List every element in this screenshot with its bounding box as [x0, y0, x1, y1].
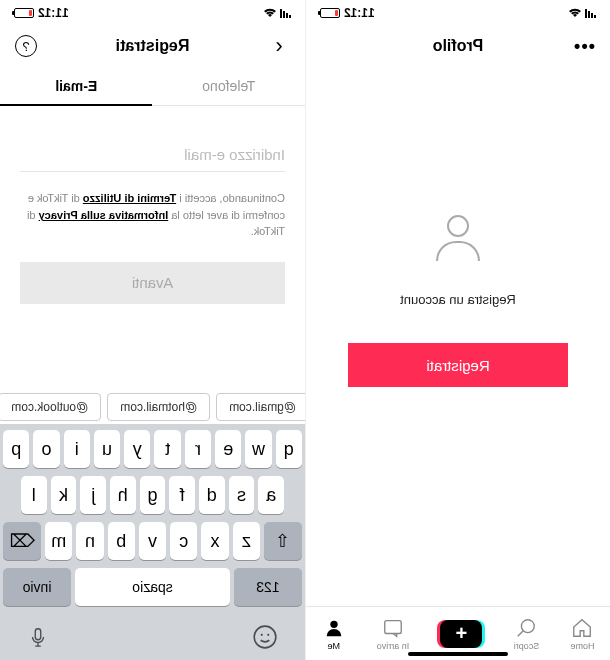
help-icon: ? — [15, 35, 37, 57]
wifi-icon — [568, 8, 582, 18]
key-b[interactable]: b — [108, 522, 135, 560]
svg-point-4 — [254, 626, 276, 648]
status-bar: 11:12 — [306, 0, 610, 24]
home-icon — [570, 616, 594, 640]
tab-phone[interactable]: Telefono — [153, 68, 306, 106]
key-t[interactable]: t — [155, 430, 181, 468]
search-icon — [514, 616, 538, 640]
svg-rect-7 — [35, 629, 41, 640]
tab-me[interactable]: Me — [322, 616, 346, 651]
key-o[interactable]: o — [33, 430, 59, 468]
key-r[interactable]: r — [185, 430, 211, 468]
key-y[interactable]: y — [124, 430, 150, 468]
page-title: Registrati — [116, 37, 190, 55]
status-bar: 11:12 — [0, 0, 305, 24]
terms-link[interactable]: Termini di Utilizzo — [83, 192, 176, 204]
key-q[interactable]: q — [276, 430, 302, 468]
avatar-placeholder — [428, 208, 488, 268]
key-i[interactable]: i — [64, 430, 90, 468]
svg-point-6 — [261, 634, 263, 636]
suggestion-chip[interactable]: @gmail.com — [216, 393, 305, 421]
key-s[interactable]: s — [229, 476, 255, 514]
wifi-icon — [263, 8, 277, 18]
privacy-link[interactable]: Informativa sulla Privacy — [39, 209, 169, 221]
key-numbers[interactable]: 123 — [234, 568, 302, 606]
suggestion-chip[interactable]: @hotmail.com — [107, 393, 210, 421]
key-j[interactable]: j — [80, 476, 106, 514]
plus-icon: + — [441, 620, 483, 648]
key-m[interactable]: m — [45, 522, 72, 560]
register-button[interactable]: Registrati — [348, 343, 568, 387]
phone-signup: 11:12 ‹ Registrati ? Telefono E-mail Con… — [0, 0, 305, 660]
emoji-icon[interactable] — [252, 624, 278, 656]
svg-point-0 — [522, 620, 535, 633]
email-suggestions: @gmail.com @hotmail.com @outlook.com @ya — [0, 390, 305, 424]
inbox-icon — [381, 616, 405, 640]
signup-header: ‹ Registrati ? — [0, 24, 305, 68]
key-u[interactable]: u — [94, 430, 120, 468]
key-g[interactable]: g — [140, 476, 166, 514]
back-button[interactable]: ‹ — [267, 34, 291, 58]
status-time: 11:12 — [344, 6, 375, 20]
tab-discover[interactable]: Scopri — [514, 616, 540, 651]
profile-header: ••• Profilo — [306, 24, 610, 68]
keyboard: q w e r t y u i o p a s d f g h j k — [0, 424, 305, 660]
battery-icon — [320, 8, 340, 18]
key-x[interactable]: x — [201, 522, 228, 560]
key-a[interactable]: a — [258, 476, 284, 514]
person-icon — [322, 616, 346, 640]
key-k[interactable]: k — [51, 476, 77, 514]
key-n[interactable]: n — [76, 522, 103, 560]
key-p[interactable]: p — [3, 430, 29, 468]
key-e[interactable]: e — [215, 430, 241, 468]
tab-home[interactable]: Home — [570, 616, 594, 651]
svg-line-1 — [518, 631, 524, 637]
key-backspace[interactable]: ⌫ — [3, 522, 41, 560]
register-prompt: Registra un account — [400, 292, 516, 307]
svg-rect-2 — [385, 621, 402, 634]
tab-email[interactable]: E-mail — [0, 68, 153, 106]
status-time: 11:12 — [38, 6, 69, 20]
key-f[interactable]: f — [169, 476, 195, 514]
key-space[interactable]: spazio — [75, 568, 230, 606]
page-title: Profilo — [433, 37, 484, 55]
mic-icon[interactable] — [27, 624, 49, 656]
key-l[interactable]: l — [21, 476, 47, 514]
suggestion-chip[interactable]: @outlook.com — [0, 393, 101, 421]
tab-inbox[interactable]: In arrivo — [377, 616, 410, 651]
svg-point-3 — [330, 621, 337, 628]
key-w[interactable]: w — [245, 430, 271, 468]
next-button[interactable]: Avanti — [20, 262, 285, 304]
phone-profile: 11:12 ••• Profilo Registra un account Re… — [305, 0, 610, 660]
key-c[interactable]: c — [170, 522, 197, 560]
key-shift[interactable]: ⇧ — [264, 522, 302, 560]
key-h[interactable]: h — [110, 476, 136, 514]
help-button[interactable]: ? — [14, 34, 38, 58]
key-d[interactable]: d — [199, 476, 225, 514]
menu-icon[interactable]: ••• — [572, 34, 596, 58]
tab-create[interactable]: + — [441, 620, 483, 648]
key-z[interactable]: z — [233, 522, 260, 560]
terms-text: Continuando, accetti i Termini di Utiliz… — [20, 190, 285, 240]
signal-icon — [585, 9, 596, 18]
signal-icon — [280, 9, 291, 18]
key-v[interactable]: v — [139, 522, 166, 560]
home-indicator[interactable] — [408, 652, 508, 656]
battery-icon — [14, 8, 34, 18]
signup-tabs: Telefono E-mail — [0, 68, 305, 106]
email-field[interactable] — [20, 126, 285, 172]
key-return[interactable]: invio — [3, 568, 71, 606]
svg-point-5 — [267, 634, 269, 636]
